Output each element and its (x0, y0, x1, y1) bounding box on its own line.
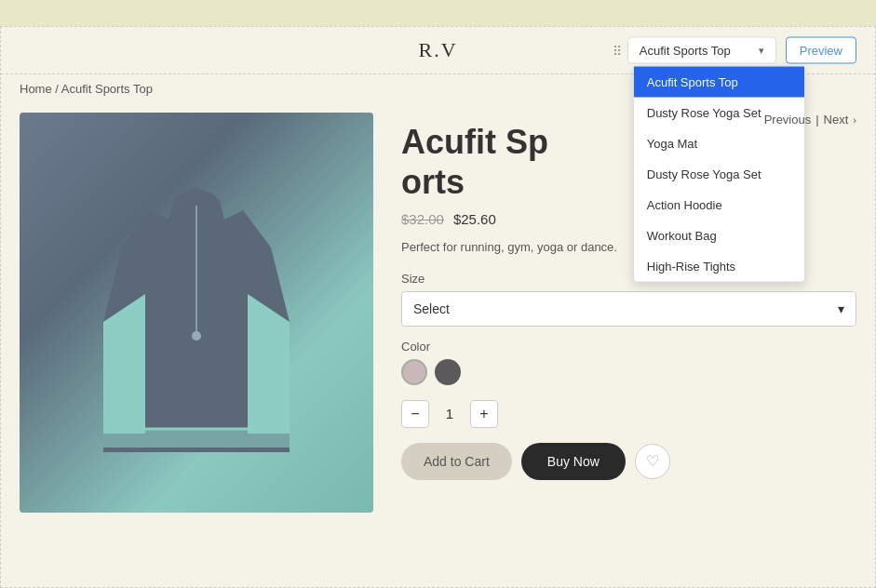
product-selector-wrapper: ⠿ Acufit Sports Top ▾ Acufit Sports Top … (613, 37, 776, 64)
nav-previous[interactable]: Previous (764, 113, 812, 127)
quantity-row: − 1 + (401, 400, 856, 428)
action-row: Add to Cart Buy Now ♡ (401, 443, 856, 480)
product-title: Acufit Sports (401, 122, 856, 202)
selected-product-label: Acufit Sports Top (640, 44, 731, 58)
size-chevron-icon: ▾ (838, 301, 844, 316)
color-label: Color (401, 340, 856, 354)
product-image-svg (75, 154, 317, 471)
price-original: $32.00 (401, 211, 444, 227)
product-dropdown-button[interactable]: Acufit Sports Top ▾ (627, 37, 776, 64)
dropdown-item-acufit-sports-top[interactable]: Acufit Sports Top (634, 67, 804, 98)
breadcrumb-current: Acufit Sports Top (61, 82, 153, 96)
price-row: $32.00 $25.60 (401, 211, 856, 227)
nav-links: Previous | Next › (764, 113, 856, 127)
product-description: Perfect for running, gym, yoga or dance. (401, 238, 856, 257)
add-to-cart-button[interactable]: Add to Cart (401, 443, 512, 480)
color-swatches (401, 359, 856, 385)
chevron-down-icon: ▾ (759, 45, 764, 57)
site-logo: R.V (418, 38, 457, 62)
size-placeholder: Select (413, 301, 450, 316)
buy-now-button[interactable]: Buy Now (521, 443, 626, 480)
content-area: Previous | Next › Acufit Sports $32.00 $… (1, 103, 875, 570)
preview-button[interactable]: Preview (786, 37, 856, 64)
nav-next[interactable]: Next (824, 113, 849, 127)
drag-icon: ⠿ (613, 43, 622, 58)
color-swatch-light[interactable] (401, 359, 427, 385)
breadcrumb-separator: / (55, 82, 59, 96)
product-image (20, 113, 373, 513)
quantity-value: 1 (440, 406, 459, 421)
size-select[interactable]: Select ▾ (401, 291, 856, 327)
wishlist-button[interactable]: ♡ (635, 444, 670, 479)
color-section: Color (401, 340, 856, 385)
size-label: Size (401, 272, 856, 286)
price-sale: $25.60 (453, 211, 496, 227)
color-swatch-dark[interactable] (435, 359, 461, 385)
main-container: R.V ⠿ Acufit Sports Top ▾ Acufit Sports … (0, 26, 876, 588)
header-right: ⠿ Acufit Sports Top ▾ Acufit Sports Top … (613, 37, 856, 64)
product-details: Previous | Next › Acufit Sports $32.00 $… (401, 113, 856, 561)
heart-icon: ♡ (646, 452, 659, 470)
breadcrumb-home[interactable]: Home (20, 82, 52, 96)
header: R.V ⠿ Acufit Sports Top ▾ Acufit Sports … (1, 27, 875, 74)
quantity-decrease-button[interactable]: − (401, 400, 429, 428)
top-bar (0, 0, 876, 26)
svg-point-1 (192, 331, 201, 341)
product-image-section (20, 113, 373, 513)
quantity-increase-button[interactable]: + (470, 400, 498, 428)
nav-next-icon: › (853, 114, 856, 126)
